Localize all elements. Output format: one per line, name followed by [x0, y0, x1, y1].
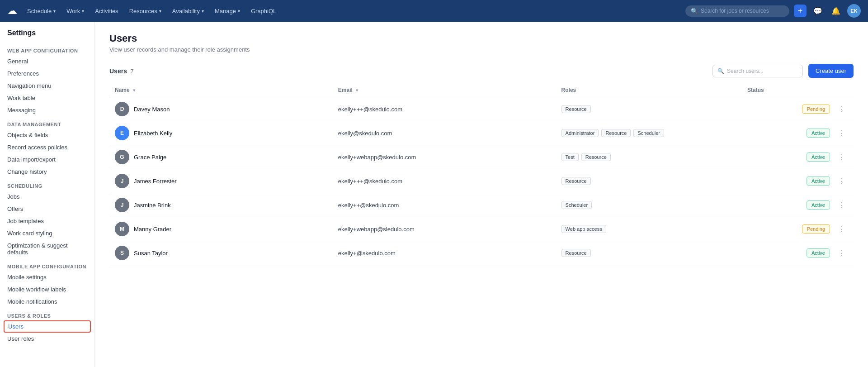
sidebar-item-mobile-notifications[interactable]: Mobile notifications [0, 296, 94, 308]
search-icon: 🔍 [691, 8, 698, 14]
app-logo[interactable]: ☁ [7, 5, 17, 17]
sidebar-section-scheduling: Scheduling [0, 178, 94, 191]
sidebar-item-objects-fields[interactable]: Objects & fields [0, 129, 94, 141]
user-roles-cell: Scheduler [556, 193, 742, 217]
user-name[interactable]: James Forrester [134, 178, 177, 185]
user-name-cell: DDavey Mason [109, 97, 333, 121]
sidebar-section-web-app: Web app configuration [0, 43, 94, 55]
status-badge: Active [807, 153, 830, 162]
nav-resources[interactable]: Resources ▾ [125, 5, 166, 17]
sidebar-item-optimization[interactable]: Optimization & suggest defaults [0, 239, 94, 258]
page-subtitle: View user records and manage their role … [109, 46, 854, 53]
user-status-cell: Active⋮ [742, 241, 854, 265]
role-badge: Administrator [561, 129, 599, 137]
nav-work[interactable]: Work ▾ [62, 5, 89, 17]
global-search-input[interactable] [701, 8, 784, 14]
status-badge: Pending [802, 224, 830, 234]
sidebar-title: Settings [0, 29, 94, 43]
row-more-button[interactable]: ⋮ [835, 127, 848, 139]
sidebar-item-offers[interactable]: Offers [0, 203, 94, 215]
sidebar-item-navigation-menu[interactable]: Navigation menu [0, 80, 94, 92]
sidebar-item-user-roles[interactable]: User roles [0, 333, 94, 345]
search-users-input[interactable] [727, 68, 798, 74]
sidebar-item-mobile-settings[interactable]: Mobile settings [0, 271, 94, 283]
user-roles-cell: Web app access [556, 217, 742, 241]
sidebar-item-change-history[interactable]: Change history [0, 166, 94, 178]
user-email: ekelly+++@skedulo.com [338, 178, 402, 185]
role-badge: Resource [581, 153, 611, 161]
role-badge: Test [561, 153, 579, 161]
row-more-button[interactable]: ⋮ [835, 175, 848, 187]
avatar: D [115, 102, 129, 116]
row-more-button[interactable]: ⋮ [835, 199, 848, 211]
sort-icon[interactable]: ▾ [356, 88, 358, 93]
chat-button[interactable]: 💬 [811, 4, 825, 18]
row-more-button[interactable]: ⋮ [835, 103, 848, 115]
role-badge: Resource [601, 129, 631, 137]
col-header-email: Email ▾ [333, 83, 556, 97]
sidebar-section-mobile: Mobile app configuration [0, 258, 94, 271]
user-name[interactable]: Manny Grader [134, 226, 171, 233]
search-users-box[interactable]: 🔍 [712, 65, 803, 77]
add-button[interactable]: + [794, 5, 807, 17]
global-search[interactable]: 🔍 [685, 5, 789, 17]
user-count: 7 [131, 68, 134, 75]
sidebar-section-data: Data management [0, 116, 94, 129]
chevron-down-icon: ▾ [238, 9, 240, 14]
sidebar-item-users[interactable]: Users [4, 320, 91, 333]
nav-manage[interactable]: Manage ▾ [210, 5, 245, 17]
role-badge: Web app access [561, 225, 606, 233]
sidebar-item-data-import[interactable]: Data import/export [0, 153, 94, 166]
user-name[interactable]: Jasmine Brink [134, 202, 171, 209]
user-name-cell: EElizabeth Kelly [109, 121, 333, 145]
sidebar-item-job-templates[interactable]: Job templates [0, 215, 94, 227]
notifications-button[interactable]: 🔔 [829, 4, 843, 18]
user-name-cell: MManny Grader [109, 217, 333, 241]
row-more-button[interactable]: ⋮ [835, 247, 848, 259]
user-email: ekelly+webapp@sledulo.com [338, 226, 415, 233]
sidebar-item-general[interactable]: General [0, 55, 94, 67]
status-badge: Pending [802, 105, 830, 114]
sidebar-item-record-access[interactable]: Record access policies [0, 141, 94, 153]
user-email: ekelly++@skedulo.com [338, 202, 399, 209]
user-name[interactable]: Davey Mason [134, 106, 170, 113]
table-row: DDavey Masonekelly+++@skedulo.comResourc… [109, 97, 854, 121]
role-badge: Resource [561, 105, 591, 113]
user-name[interactable]: Grace Paige [134, 154, 166, 161]
nav-schedule[interactable]: Schedule ▾ [23, 5, 60, 17]
sidebar-item-work-table[interactable]: Work table [0, 92, 94, 104]
user-email: ekelly+webapp@skedulo.com [338, 154, 416, 161]
user-status-cell: Pending⋮ [742, 97, 854, 121]
user-email-cell: ekelly+webapp@sledulo.com [333, 217, 556, 241]
chevron-down-icon: ▾ [53, 9, 56, 14]
user-roles-cell: AdministratorResourceScheduler [556, 121, 742, 145]
table-row: SSusan Taylorekelly+@skedulo.comResource… [109, 241, 854, 265]
nav-availability[interactable]: Availability ▾ [168, 5, 208, 17]
sidebar-item-jobs[interactable]: Jobs [0, 191, 94, 203]
row-more-button[interactable]: ⋮ [835, 223, 848, 235]
user-name[interactable]: Susan Taylor [134, 250, 168, 257]
sidebar-item-preferences[interactable]: Preferences [0, 67, 94, 80]
table-row: GGrace Paigeekelly+webapp@skedulo.comTes… [109, 145, 854, 169]
role-badge: Scheduler [633, 129, 664, 137]
row-more-button[interactable]: ⋮ [835, 151, 848, 163]
user-name-cell: GGrace Paige [109, 145, 333, 169]
user-email-cell: ekelly++@skedulo.com [333, 193, 556, 217]
nav-graphiql[interactable]: GraphiQL [246, 5, 281, 17]
main-content: Users View user records and manage their… [95, 22, 868, 367]
user-name-cell: JJasmine Brink [109, 193, 333, 217]
avatar: J [115, 198, 129, 212]
page-title: Users [109, 33, 854, 44]
sidebar-item-mobile-workflow[interactable]: Mobile workflow labels [0, 283, 94, 296]
sidebar-item-messaging[interactable]: Messaging [0, 104, 94, 116]
table-row: MManny Graderekelly+webapp@sledulo.comWe… [109, 217, 854, 241]
role-badge: Resource [561, 177, 591, 185]
user-name[interactable]: Elizabeth Kelly [134, 130, 172, 137]
sidebar-item-work-card-styling[interactable]: Work card styling [0, 227, 94, 239]
user-name-cell: JJames Forrester [109, 169, 333, 193]
nav-activities[interactable]: Activities [90, 5, 123, 17]
users-table: Name ▾ Email ▾ Roles Status DDavey Mason… [109, 83, 854, 265]
create-user-button[interactable]: Create user [808, 64, 854, 78]
sort-icon[interactable]: ▾ [133, 88, 135, 93]
user-avatar[interactable]: EK [847, 4, 861, 18]
